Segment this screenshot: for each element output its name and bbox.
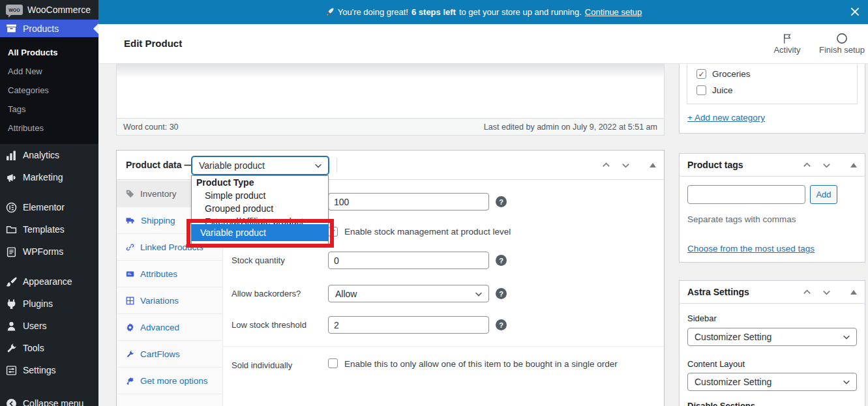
sidebar-item-tags[interactable]: Tags (0, 100, 98, 119)
stock-quantity-label: Stock quantity (232, 255, 285, 265)
astra-content-layout-label: Content Layout (687, 359, 745, 369)
sidebar-item-label: Analytics (23, 150, 59, 160)
sku-input[interactable] (328, 193, 489, 210)
sidebar-item-plugins[interactable]: Plugins (0, 293, 98, 315)
tab-attributes[interactable]: Attributes (117, 261, 222, 287)
chevron-down-icon (314, 161, 323, 170)
low-stock-label: Low stock threshold (232, 320, 307, 330)
sidebar-item-categories[interactable]: Categories (0, 81, 98, 100)
collapse-toggle-icon[interactable] (650, 163, 656, 167)
folder-icon (6, 224, 17, 235)
stock-quantity-input[interactable] (328, 252, 489, 269)
finish-setup-button[interactable]: Finish setup (818, 31, 865, 55)
collapse-toggle-icon[interactable] (850, 163, 857, 167)
sidebar-item-woocommerce[interactable]: WOO WooCommerce (0, 0, 98, 20)
tab-cartflows[interactable]: CartFlows (117, 341, 222, 368)
sidebar-item-settings[interactable]: Settings (0, 359, 98, 381)
category-item[interactable]: Groceries (696, 69, 751, 79)
chevron-down-icon (842, 332, 851, 341)
tab-get-more-options[interactable]: Get more options (117, 368, 222, 394)
tab-label: Shipping (141, 216, 175, 225)
tag-icon (126, 190, 134, 198)
finish-setup-label: Finish setup (818, 45, 865, 55)
collapse-toggle-icon[interactable] (850, 290, 857, 295)
backorders-value: Allow (335, 289, 474, 299)
chevron-down-icon[interactable] (621, 160, 631, 170)
sidebar-item-attributes[interactable]: Attributes (0, 119, 98, 138)
tab-label: Get more options (140, 376, 208, 386)
sidebar-item-label: Elementor (23, 202, 65, 212)
word-count: Word count: 30 (123, 123, 179, 132)
sidebar-item-templates[interactable]: Templates (0, 218, 98, 240)
banner-text: to get your store up and running. (459, 7, 582, 17)
sidebar-item-tools[interactable]: Tools (0, 337, 98, 359)
add-new-category-link[interactable]: + Add new category (687, 113, 765, 123)
most-used-tags-link[interactable]: Choose from the most used tags (687, 244, 815, 254)
astra-settings-panel: Astra Settings Sidebar Customizer Settin… (679, 280, 865, 406)
dropdown-option-grouped[interactable]: Grouped product (192, 202, 328, 215)
sidebar-item-add-new[interactable]: Add New (0, 62, 98, 81)
sidebar-item-elementor[interactable]: Elementor (0, 196, 98, 218)
rocket-icon (325, 7, 335, 17)
help-icon[interactable]: ? (496, 196, 507, 207)
wrench-icon (6, 343, 17, 354)
chevron-up-icon[interactable] (601, 160, 611, 170)
help-icon[interactable]: ? (496, 319, 507, 330)
chevron-down-icon (842, 377, 851, 386)
sold-individually-checkbox[interactable] (328, 358, 338, 368)
backorders-select[interactable]: Allow (328, 285, 489, 302)
astra-content-layout-select[interactable]: Customizer Setting (687, 373, 857, 391)
product-tags-header[interactable]: Product tags (680, 154, 865, 177)
astra-settings-header[interactable]: Astra Settings (680, 281, 865, 304)
page-header: Edit Product Activity Finish setup (98, 24, 868, 64)
sidebar-item-all-products[interactable]: All Products (0, 43, 98, 62)
help-icon[interactable]: ? (496, 255, 507, 266)
page-title: Edit Product (124, 38, 182, 49)
banner-text: You're doing great! (338, 7, 408, 17)
sidebar-item-collapse-menu[interactable]: Collapse menu (0, 392, 98, 406)
product-type-select[interactable]: Variable product (192, 156, 329, 175)
help-icon[interactable]: ? (496, 288, 507, 299)
dropdown-option-variable-highlighted[interactable]: Variable product (191, 224, 329, 241)
gear-icon (126, 323, 134, 332)
close-icon[interactable] (849, 6, 861, 18)
astra-sidebar-value: Customizer Setting (695, 332, 842, 342)
tab-label: Inventory (140, 189, 177, 199)
sidebar-item-wpforms[interactable]: WPForms (0, 240, 98, 263)
sidebar-item-label: Users (23, 321, 47, 331)
sidebar-item-marketing[interactable]: Marketing (0, 166, 98, 188)
add-tag-button[interactable]: Add (810, 185, 837, 204)
sidebar-item-label: Plugins (23, 298, 53, 309)
astra-content-layout-value: Customizer Setting (695, 377, 842, 387)
sidebar-item-users[interactable]: Users (0, 315, 98, 337)
category-checklist: Groceries Juice (687, 64, 858, 104)
setup-progress-banner: You're doing great! 6 steps left to get … (98, 0, 868, 24)
astra-sidebar-select[interactable]: Customizer Setting (687, 328, 857, 346)
product-description-editor[interactable]: Word count: 30 Last edited by admin on J… (116, 64, 665, 136)
editor-shade (117, 64, 664, 78)
sidebar-item-products[interactable]: Products (0, 20, 98, 37)
tab-variations[interactable]: Variations (117, 287, 222, 314)
sidebar-item-analytics[interactable]: Analytics (0, 144, 98, 166)
activity-button[interactable]: Activity (764, 31, 811, 55)
tag-input[interactable] (687, 185, 805, 204)
chevron-down-icon[interactable] (822, 287, 831, 297)
sidebar-item-appearance[interactable]: Appearance (0, 270, 98, 293)
sidebar-item-label: Collapse menu (23, 398, 83, 406)
chevron-up-icon[interactable] (802, 160, 812, 170)
category-checkbox[interactable] (696, 69, 706, 79)
category-item[interactable]: Juice (696, 85, 733, 95)
chevron-down-icon[interactable] (822, 160, 831, 170)
manage-stock-checkbox[interactable] (328, 227, 338, 237)
chevron-up-icon[interactable] (802, 287, 812, 297)
low-stock-input[interactable] (328, 316, 489, 334)
continue-setup-link[interactable]: Continue setup (585, 7, 642, 17)
product-type-value: Variable product (199, 160, 314, 171)
dropdown-option-simple[interactable]: Simple product (192, 189, 328, 202)
plug-icon (6, 298, 17, 310)
category-checkbox[interactable] (696, 85, 706, 95)
link-icon (126, 243, 134, 252)
form-icon (6, 246, 17, 257)
tab-advanced[interactable]: Advanced (117, 314, 222, 341)
activity-label: Activity (764, 45, 811, 55)
